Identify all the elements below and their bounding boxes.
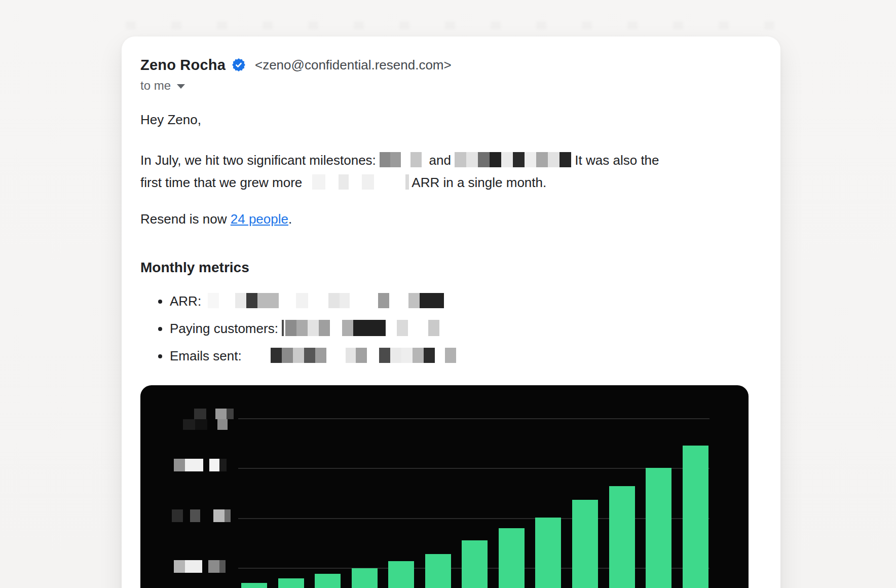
redaction-pixel-cell: [172, 509, 183, 522]
email-body: Hey Zeno, In July, we hit two significan…: [140, 108, 780, 588]
recipient-row[interactable]: to me: [140, 78, 185, 93]
redaction-pixel-cell: [353, 320, 386, 336]
redaction-pixel-cell: [379, 348, 390, 363]
redaction-pixel-cell: [513, 152, 525, 167]
chart-bar: [646, 468, 671, 588]
redaction-pixel-cell: [401, 348, 413, 363]
team-size-period: .: [288, 211, 292, 227]
metrics-heading: Monthly metrics: [140, 258, 780, 278]
chart-bar: [352, 568, 378, 588]
redaction-pixel-cell: [279, 293, 296, 308]
metric-item-emails-sent: Emails sent:: [170, 345, 780, 367]
redaction-pixel-cell: [174, 560, 185, 573]
redaction-pixel-cell: [445, 348, 456, 363]
redaction-pixel-cell: [190, 509, 200, 522]
redacted-axis-label: [174, 459, 227, 471]
redaction-pixel-cell: [319, 320, 330, 336]
chart-bar: [315, 574, 341, 588]
redaction-pixel-cell: [203, 459, 209, 471]
redacted-text-block: [306, 174, 409, 190]
redaction-pixel-cell: [174, 459, 185, 471]
redaction-pixel-cell: [282, 348, 293, 363]
redaction-pixel-cell: [208, 560, 219, 573]
chart-bar: [683, 446, 708, 588]
greeting-text: Hey Zeno,: [140, 108, 780, 131]
verified-badge-icon: [232, 58, 246, 72]
redaction-pixel-cell: [367, 348, 379, 363]
redaction-pixel-cell: [428, 320, 439, 336]
redaction-pixel-cell: [478, 152, 490, 167]
sender-row: Zeno Rocha <zeno@confidential.resend.com…: [140, 56, 780, 74]
growth-text-before: first time that we grew more: [140, 175, 306, 190]
chart-bar: [609, 486, 635, 588]
people-link[interactable]: 24 people: [231, 211, 288, 227]
sender-name[interactable]: Zeno Rocha: [140, 57, 226, 74]
redacted-value-block: [205, 293, 444, 308]
redaction-pixel-cell: [413, 348, 424, 363]
background-ghost-band: [126, 21, 774, 29]
redaction-pixel-cell: [271, 348, 282, 363]
redaction-pixel-cell: [397, 320, 408, 336]
metrics-list: ARR: Paying customers: Emails sent:: [140, 290, 780, 367]
redaction-pixel-cell: [200, 509, 213, 522]
redaction-pixel-cell: [386, 320, 397, 336]
redaction-pixel-cell: [225, 509, 231, 522]
redaction-pixel-cell: [296, 320, 308, 336]
metric-label: Emails sent:: [170, 348, 245, 363]
chart-bar: [535, 518, 561, 588]
redaction-pixel-cell: [219, 560, 226, 573]
redaction-pixel-cell: [340, 293, 350, 308]
email-header: Zeno Rocha <zeno@confidential.resend.com…: [140, 56, 780, 93]
milestones-text-before: In July, we hit two significant mileston…: [140, 153, 380, 168]
redaction-pixel-cell: [350, 293, 378, 308]
redaction-pixel-cell: [257, 293, 279, 308]
redaction-pixel-cell: [405, 174, 409, 190]
redaction-pixel-cell: [315, 348, 326, 363]
redaction-pixel-cell: [380, 152, 390, 167]
redaction-pixel-cell: [207, 419, 217, 430]
redaction-pixel-cell: [245, 348, 271, 363]
redaction-pixel-cell: [217, 419, 228, 430]
chart-bar: [388, 561, 414, 588]
redaction-pixel-cell: [325, 174, 339, 190]
redacted-axis-label: [174, 560, 226, 573]
redaction-pixel-cell: [185, 560, 202, 573]
redaction-pixel-cell: [390, 152, 401, 167]
metric-item-paying-customers: Paying customers:: [170, 317, 780, 340]
redaction-pixel-cell: [183, 419, 195, 430]
redaction-pixel-cell: [235, 293, 246, 308]
redaction-pixel-cell: [330, 320, 342, 336]
redacted-text-block: [380, 152, 422, 167]
sender-address[interactable]: <zeno@confidential.resend.com>: [255, 57, 452, 73]
redaction-pixel-cell: [420, 293, 444, 308]
redaction-pixel-cell: [424, 348, 435, 363]
recipient-label: to me: [140, 79, 171, 93]
redaction-pixel-cell: [408, 320, 428, 336]
redacted-axis-label: [183, 419, 228, 430]
chart-bar: [278, 578, 304, 588]
redaction-pixel-cell: [390, 348, 401, 363]
redaction-pixel-cell: [308, 320, 319, 336]
redaction-pixel-cell: [219, 293, 235, 308]
redaction-pixel-cell: [306, 174, 312, 190]
chart-bar: [572, 500, 598, 588]
milestones-paragraph: In July, we hit two significant mileston…: [140, 149, 780, 194]
redacted-value-block: [282, 320, 439, 336]
chart-gridline: [238, 468, 710, 469]
redaction-pixel-cell: [490, 152, 501, 167]
growth-bar-chart: [140, 385, 749, 588]
email-card: Zeno Rocha <zeno@confidential.resend.com…: [122, 36, 780, 588]
redaction-pixel-cell: [466, 152, 478, 167]
chart-bar: [241, 583, 267, 588]
chart-bar: [499, 528, 525, 588]
redaction-pixel-cell: [202, 560, 208, 573]
redaction-pixel-cell: [213, 509, 225, 522]
redaction-pixel-cell: [304, 348, 315, 363]
redaction-pixel-cell: [209, 459, 219, 471]
metric-item-arr: ARR:: [170, 290, 780, 312]
redaction-pixel-cell: [349, 174, 362, 190]
redaction-pixel-cell: [194, 409, 206, 419]
growth-text-after: ARR in a single month.: [409, 175, 547, 190]
redaction-pixel-cell: [536, 152, 548, 167]
redaction-pixel-cell: [362, 174, 374, 190]
